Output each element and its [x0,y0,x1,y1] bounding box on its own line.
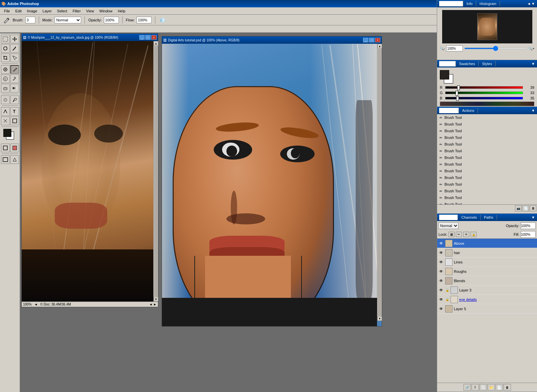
menu-edit[interactable]: Edit [13,8,24,14]
magic-wand-tool[interactable] [10,44,19,53]
crop-tool[interactable] [1,53,10,62]
layer-style-btn[interactable]: f [472,384,479,391]
nav-zoom-input[interactable] [446,45,463,51]
nav-panel-menu[interactable]: ▼ [531,2,535,6]
mode-select[interactable]: Normal Multiply Screen [54,17,81,23]
b-slider-thumb[interactable] [456,96,459,101]
photo-window-controls[interactable]: _ □ × [139,35,157,40]
brush-tool[interactable] [10,65,19,74]
quick-mask-mode[interactable] [10,144,19,152]
layer-delete-btn[interactable]: 🗑 [504,384,511,391]
layer-row-blends[interactable]: 👁 Blends [437,276,537,285]
color-spectrum-bar[interactable] [440,102,534,106]
layer-row-layer3[interactable]: 👁 🔒 Layer 3 [437,285,537,295]
tab-swatches[interactable]: Swatches [456,61,479,66]
menu-window[interactable]: Window [97,8,115,14]
clone-stamp-tool[interactable]: S [1,74,10,83]
tab-actions[interactable]: Actions [459,108,478,113]
menu-file[interactable]: File [1,8,13,14]
nav-zoom-in-icon[interactable]: 🔍+ [528,47,534,50]
menu-image[interactable]: Image [24,8,40,14]
history-item-8[interactable]: ✏ Brush Tool [437,168,537,174]
history-item-12[interactable]: ✏ Brush Tool [437,194,537,201]
jump-to-imageready[interactable] [10,155,19,164]
tab-channels[interactable]: Channels [458,215,480,220]
drawing-scrollbar-v[interactable]: ▲ ▼ [377,44,382,321]
selection-tool[interactable] [1,35,10,43]
layer-eye-roughs[interactable]: 👁 [438,269,444,274]
menu-help[interactable]: Help [115,8,128,14]
lock-all-btn[interactable]: 🔒 [471,232,477,237]
layer-row-eye-details[interactable]: 👁 🔒 eye details [437,295,537,304]
color-panel-menu[interactable]: ▼ [531,62,535,66]
tab-history[interactable]: History [439,108,459,113]
history-item-4[interactable]: ✏ Brush Tool [437,141,537,148]
blur-tool[interactable] [1,95,10,104]
tab-layers[interactable]: Layers [439,215,458,220]
layers-blend-mode-select[interactable]: Normal Multiply Screen [438,222,459,229]
pen-tool[interactable] [1,107,10,116]
flow-input[interactable] [137,17,152,23]
scroll-down-btn[interactable]: ▼ [154,297,158,302]
history-item-11[interactable]: ✏ Brush Tool [437,188,537,194]
color-panel-controls[interactable]: ▼ [531,62,535,66]
photo-close-btn[interactable]: × [151,35,157,40]
history-brush-tool[interactable] [10,74,19,83]
foreground-color-swatch[interactable] [440,70,449,79]
fg-bg-swatches[interactable] [440,70,453,83]
tab-color[interactable]: Color [439,61,456,66]
layers-panel-menu[interactable]: ▼ [531,215,535,219]
gradient-tool[interactable] [10,84,19,92]
scroll-thumb[interactable] [154,46,158,297]
history-item-7[interactable]: ✏ Brush Tool [437,161,537,168]
photo-scrollbar-v[interactable]: ▲ ▼ [153,41,158,302]
photo-maximize-btn[interactable]: □ [145,35,151,40]
shape-tool[interactable] [10,117,19,125]
dodge-tool[interactable] [10,95,19,104]
opacity-input[interactable] [104,17,119,23]
drawing-scroll-thumb[interactable] [378,49,381,316]
layer-row-hair[interactable]: 👁 hair [437,248,537,257]
photo-nav-triangle[interactable]: ◄ [34,303,38,306]
screen-mode[interactable] [1,155,10,164]
layer-eye-blends[interactable]: 👁 [438,278,444,283]
history-item-3[interactable]: ✏ Brush Tool [437,134,537,141]
layer-eye-layer5[interactable]: 👁 [438,306,444,312]
lock-position-btn[interactable]: ✛ [463,232,469,237]
layer-link-btn[interactable]: 🔗 [464,384,471,391]
standard-mode[interactable] [1,144,10,152]
tab-histogram[interactable]: Histogram [476,1,500,6]
menu-layer[interactable]: Layer [40,8,54,14]
slice-tool[interactable] [10,53,19,62]
r-slider-thumb[interactable] [457,85,460,90]
layer-row-roughs[interactable]: 👁 Roughs [437,267,537,276]
menu-filter[interactable]: Filter [70,8,83,14]
drawing-close-btn[interactable]: × [375,38,380,42]
drawing-scroll-down-btn[interactable]: ▼ [377,316,382,321]
history-item-2[interactable]: ✏ Brush Tool [437,128,537,134]
path-select-tool[interactable] [1,117,10,125]
layers-opacity-input[interactable] [521,222,536,229]
tab-styles[interactable]: Styles [479,61,496,66]
nav-panel-expand[interactable]: ◄ [527,2,531,6]
scroll-up-btn[interactable]: ▲ [154,41,158,46]
photo-minimize-btn[interactable]: _ [139,35,145,40]
layer-new-btn[interactable]: 📄 [496,384,503,391]
tab-navigator[interactable]: Navigator [439,1,463,6]
layer-eye-above[interactable]: 👁 [438,241,444,246]
drawing-maximize-btn[interactable]: □ [369,38,374,42]
photo-nav-arrows[interactable]: ◄ ► [149,303,157,306]
layer-mask-btn[interactable]: ⬜ [480,384,487,391]
drawing-window-controls[interactable]: _ □ × [363,38,380,42]
menu-view[interactable]: View [83,8,97,14]
layer-eye-hair[interactable]: 👁 [438,250,444,255]
history-item-13[interactable]: ✏ Brush Tool [437,201,537,204]
nav-zoom-out-icon[interactable]: 🔍- [440,47,445,50]
drawing-scroll-up-btn[interactable]: ▲ [377,44,382,48]
layer-eye-layer3[interactable]: 👁 [438,287,444,293]
brush-tool-icon[interactable] [2,16,11,24]
lasso-tool[interactable] [1,44,10,53]
history-new-doc-btn[interactable]: 📄 [522,205,529,211]
history-item-5[interactable]: ✏ Brush Tool [437,148,537,154]
move-tool[interactable] [10,35,19,43]
